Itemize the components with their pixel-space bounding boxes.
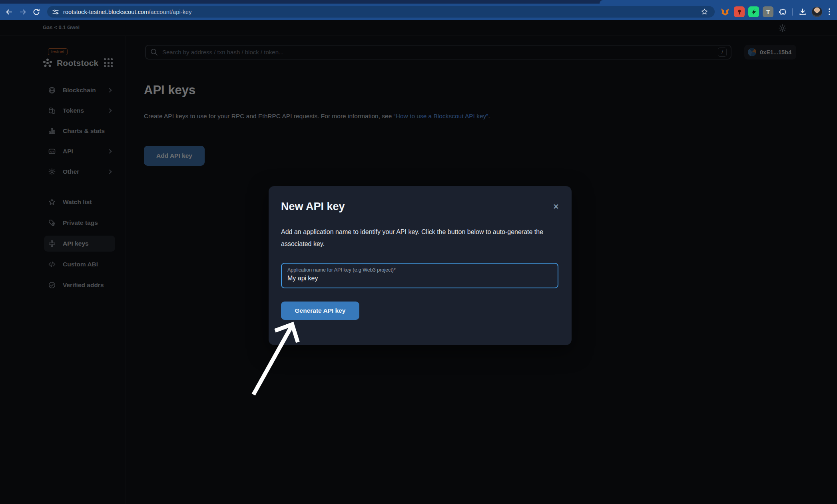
green-extension-icon[interactable] — [748, 6, 759, 17]
active-tab-edge — [600, 0, 837, 4]
app-name-field-label: Application name for API key (e.g Web3 p… — [287, 267, 396, 273]
tampermonkey-icon[interactable]: T — [763, 6, 773, 17]
back-button[interactable] — [2, 5, 16, 19]
app-name-input[interactable] — [287, 275, 547, 282]
modal-description: Add an application name to identify your… — [281, 226, 559, 250]
red-extension-icon[interactable] — [734, 6, 745, 17]
reload-button[interactable] — [30, 5, 43, 19]
bookmark-star-icon[interactable] — [701, 8, 708, 16]
address-bar[interactable]: rootstock-testnet.blockscout.com/account… — [47, 6, 715, 18]
toolbar-separator — [792, 8, 793, 16]
tampermonkey-glyph: T — [766, 8, 770, 15]
downloads-icon[interactable] — [797, 6, 808, 17]
tab-strip — [0, 0, 837, 4]
profile-avatar[interactable] — [811, 6, 823, 18]
reload-icon — [32, 8, 40, 16]
generate-api-key-button[interactable]: Generate API key — [281, 302, 359, 320]
modal-close-button[interactable]: ✕ — [551, 201, 561, 212]
browser-menu-icon[interactable] — [826, 7, 833, 17]
forward-arrow-icon — [19, 8, 27, 16]
browser-toolbar: rootstock-testnet.blockscout.com/account… — [0, 4, 837, 20]
back-arrow-icon — [5, 8, 13, 16]
site-settings-icon[interactable] — [52, 8, 59, 16]
extensions-puzzle-icon[interactable] — [777, 6, 788, 17]
new-api-key-modal: New API key ✕ Add an application name to… — [269, 186, 572, 345]
modal-title: New API key — [281, 200, 345, 213]
extensions-row: T — [719, 5, 833, 19]
metamask-icon[interactable] — [719, 6, 730, 17]
app-name-field[interactable]: Application name for API key (e.g Web3 p… — [281, 263, 558, 288]
url-text: rootstock-testnet.blockscout.com/account… — [63, 9, 192, 15]
forward-button[interactable] — [16, 5, 30, 19]
close-icon: ✕ — [553, 202, 559, 211]
browser-chrome: rootstock-testnet.blockscout.com/account… — [0, 0, 837, 20]
